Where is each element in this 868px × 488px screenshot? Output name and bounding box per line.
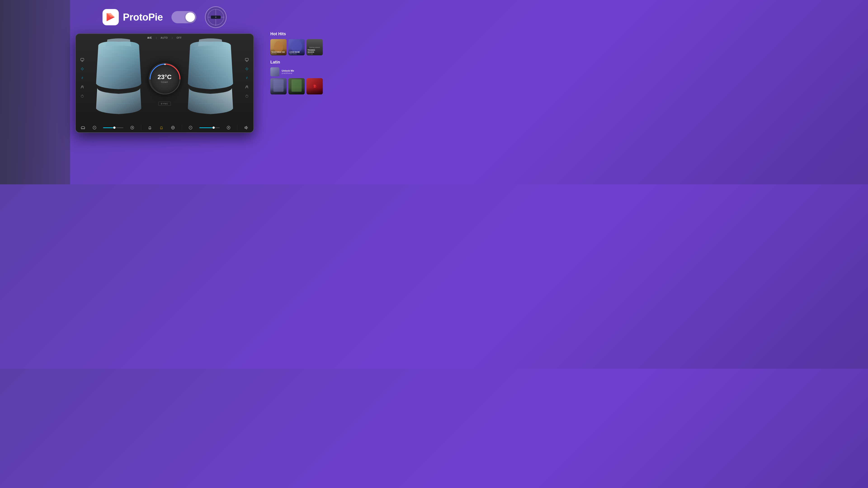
svg-point-3: [164, 64, 166, 65]
svg-point-27: [84, 128, 85, 129]
seat-adjust-icon-l1[interactable]: [80, 57, 85, 62]
app-icon: [103, 9, 119, 25]
seat-recline-icon-r[interactable]: [244, 85, 249, 90]
steering-display: [211, 15, 221, 19]
seat-recline-icon-l[interactable]: [80, 85, 85, 90]
left-fan-slider[interactable]: [103, 127, 123, 128]
seat-right: [181, 38, 240, 118]
music-panel: Hot Hits TEXAS HOLD 'EM Beyoncé Lovin On…: [266, 0, 329, 184]
svg-point-26: [82, 128, 83, 129]
ac-mode-off[interactable]: OFF: [175, 36, 183, 39]
right-seat-controls: [244, 57, 249, 98]
divider-2: [182, 125, 182, 130]
latin-cards-row2: 𝔇: [270, 78, 324, 94]
background-left: [0, 0, 70, 184]
volume-icon[interactable]: [243, 125, 249, 130]
app-name: ProtoPie: [123, 11, 163, 23]
fan-plus-left-icon[interactable]: [129, 125, 135, 130]
car-screen: A/C | AUTO | OFF: [76, 34, 253, 122]
seat-heat-icon-r[interactable]: [244, 66, 249, 71]
fan-minus-right-icon[interactable]: [188, 125, 193, 130]
seat-vent-icon-r[interactable]: [244, 75, 249, 80]
hot-hit-card-2[interactable]: Lovin On Me Jack Harlow: [288, 39, 305, 55]
ac-mode-auto[interactable]: AUTO: [159, 36, 169, 39]
temperature-circle[interactable]: 23°C TEMP: [149, 63, 180, 94]
top-bar: ProtoPie: [103, 6, 227, 28]
hot-hit-2-text: Lovin On Me Jack Harlow: [289, 51, 304, 55]
fan-plus-right-icon[interactable]: [226, 125, 231, 130]
latin-card-1[interactable]: Unlock Me pratzkhanal: [270, 67, 294, 76]
hot-hit-card-1[interactable]: TEXAS HOLD 'EM Beyoncé: [270, 39, 287, 55]
fan-minus-left-icon[interactable]: [92, 125, 97, 130]
ac-mode-bar: A/C | AUTO | OFF: [146, 36, 183, 39]
steering-wheel[interactable]: [205, 6, 226, 28]
car-icon[interactable]: [80, 125, 86, 130]
seat-heat-left-bottom[interactable]: [147, 125, 153, 130]
latin-card-4[interactable]: 𝔇: [307, 78, 323, 94]
svg-point-18: [246, 68, 248, 70]
left-fan-slider-fill: [103, 127, 114, 128]
power-icon-r[interactable]: [244, 94, 249, 98]
hot-hits-cards: TEXAS HOLD 'EM Beyoncé Lovin On Me Jack …: [270, 39, 324, 55]
hot-hit-card-3[interactable]: training season Training Season Dua Lipa: [307, 39, 323, 55]
latin-card-2[interactable]: [270, 78, 287, 94]
hot-hit-1-text: TEXAS HOLD 'EM Beyoncé: [271, 51, 286, 55]
seat-adjust-icon-r1[interactable]: [244, 57, 249, 62]
svg-rect-15: [245, 58, 248, 61]
toggle-knob: [185, 12, 195, 22]
hot-hit-3-text: Training Season Dua Lipa: [307, 49, 322, 55]
sync-button[interactable]: SYNC: [158, 102, 170, 106]
svg-point-7: [81, 68, 83, 70]
car-screen-container: A/C | AUTO | OFF: [75, 33, 254, 133]
latin-title: Latin: [270, 60, 324, 65]
seat-heat-icon-l[interactable]: [80, 66, 85, 71]
right-fan-slider[interactable]: [199, 127, 220, 128]
unlock-info: Unlock Me pratzkhanal: [282, 69, 294, 74]
right-fan-slider-fill: [199, 127, 214, 128]
steering-wheel-inner: [208, 9, 224, 25]
power-icon-l[interactable]: [80, 94, 85, 98]
bottom-control-bar: [76, 122, 253, 133]
svg-point-39: [173, 127, 174, 128]
ac-mode-ac[interactable]: A/C: [146, 36, 153, 39]
left-seat-controls: [80, 57, 85, 98]
latin-card-3[interactable]: [288, 78, 305, 94]
unlock-thumb: [270, 67, 279, 76]
seat-heat-right-bottom[interactable]: [159, 125, 164, 130]
hot-hits-title: Hot Hits: [270, 32, 324, 36]
latin-cards: Unlock Me pratzkhanal: [270, 67, 324, 76]
svg-rect-4: [81, 58, 84, 61]
seat-vent-bottom[interactable]: [170, 125, 176, 130]
toggle-switch[interactable]: [171, 11, 196, 23]
seat-left: [89, 38, 148, 118]
seat-vent-icon-l[interactable]: [80, 75, 85, 80]
